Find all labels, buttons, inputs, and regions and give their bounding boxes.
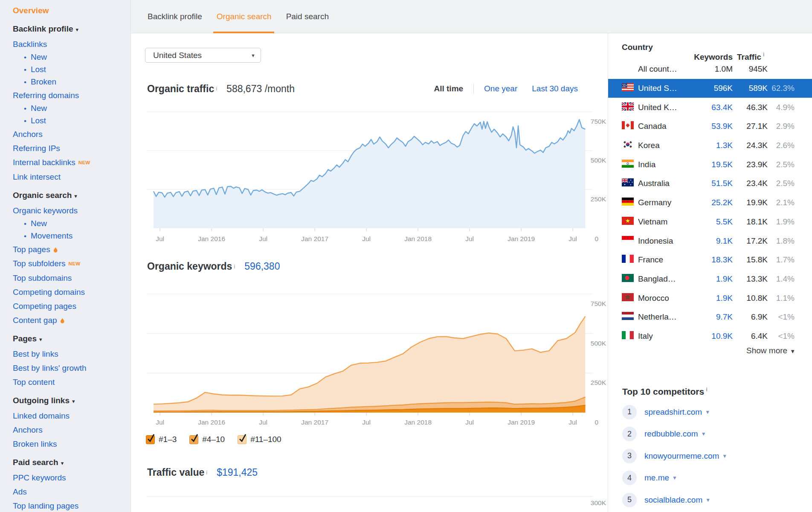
sidebar-item-linked-domains[interactable]: Linked domains: [13, 409, 130, 423]
chevron-down-icon[interactable]: ▼: [672, 475, 677, 481]
competitor-link[interactable]: redbubble.com: [644, 429, 698, 439]
country-row-germany[interactable]: Germany25.2K19.9K2.1%: [608, 193, 812, 212]
sidebar-item-anchors[interactable]: Anchors: [13, 423, 130, 437]
sidebar-item-internal-backlinks[interactable]: Internal backlinksNEW: [13, 155, 130, 170]
sidebar-item-top-subdomains[interactable]: Top subdomains: [13, 271, 130, 285]
sidebar-item-lost[interactable]: •Lost: [13, 115, 130, 127]
keywords-value[interactable]: 1.3K: [689, 141, 733, 150]
sidebar-item-top-landing-pages[interactable]: Top landing pages: [13, 499, 130, 512]
sidebar-item-top-content[interactable]: Top content: [13, 375, 130, 389]
legend-item-11-100[interactable]: #11–100: [238, 435, 281, 444]
country-select[interactable]: United States ▼: [145, 48, 261, 63]
svg-text:Jan 2016: Jan 2016: [198, 235, 225, 242]
sidebar-item-content-gap[interactable]: Content gap: [13, 313, 130, 327]
range-last-30-days[interactable]: Last 30 days: [532, 84, 578, 93]
keywords-value[interactable]: 1.9K: [689, 294, 733, 303]
country-row-indonesia[interactable]: Indonesia9.1K17.2K1.8%: [608, 231, 812, 250]
chevron-down-icon[interactable]: ▼: [701, 431, 706, 437]
sidebar-item-paid-search[interactable]: Paid search▾: [13, 455, 130, 471]
country-row-australia[interactable]: Australia51.5K23.4K2.5%: [608, 174, 812, 193]
sidebar-item-label: Competing domains: [13, 288, 85, 297]
info-icon[interactable]: i: [706, 386, 708, 393]
keywords-value[interactable]: 53.9K: [689, 122, 733, 131]
checkbox-11-100[interactable]: [238, 435, 246, 444]
keywords-value[interactable]: 19.5K: [689, 160, 733, 169]
sidebar-item-label: Top subfolders: [13, 259, 66, 268]
country-row-netherla[interactable]: Netherla…9.7K6.9K<1%: [608, 308, 812, 327]
competitor-link[interactable]: socialblade.com: [644, 495, 702, 505]
sidebar-item-top-pages[interactable]: Top pages: [13, 242, 130, 256]
legend-item-4-10[interactable]: #4–10: [189, 435, 225, 444]
chevron-down-icon[interactable]: ▼: [705, 409, 710, 415]
country-row-france[interactable]: France18.3K15.8K1.7%: [608, 250, 812, 270]
sidebar-item-movements[interactable]: •Movements: [13, 230, 130, 242]
checkbox-4-10[interactable]: [189, 435, 198, 444]
country-row-morocco[interactable]: Morocco1.9K10.8K1.1%: [608, 288, 812, 308]
legend-item-1-3[interactable]: #1–3: [146, 435, 177, 444]
keywords-value[interactable]: 9.1K: [689, 236, 733, 246]
organic-keywords-chart[interactable]: JulJan 2016JulJan 2017JulJan 2018JulJan …: [147, 290, 608, 431]
country-row-united-k[interactable]: United K…63.4K46.3K4.9%: [608, 98, 812, 117]
keywords-value[interactable]: 51.5K: [689, 179, 733, 188]
sidebar-item-backlink-profile[interactable]: Backlink profile▾: [13, 22, 130, 37]
traffic-value-link[interactable]: $191,425: [217, 467, 258, 478]
sidebar-item-link-intersect[interactable]: Link intersect: [13, 170, 130, 184]
country-row-vietnam[interactable]: Vietnam5.5K18.1K1.9%: [608, 212, 812, 232]
tab-backlink-profile[interactable]: Backlink profile: [148, 0, 202, 33]
sidebar-item-new[interactable]: •New: [13, 102, 130, 115]
show-more-button[interactable]: Show more▼: [746, 346, 795, 355]
info-icon[interactable]: i: [763, 51, 765, 58]
country-row-banglad[interactable]: Banglad…1.9K13.3K1.4%: [608, 270, 812, 289]
sidebar-item-broken-links[interactable]: Broken links: [13, 437, 130, 451]
sidebar-item-best-by-links[interactable]: Best by links: [13, 347, 130, 361]
keywords-value[interactable]: 18.3K: [689, 255, 733, 265]
organic-traffic-chart[interactable]: JulJan 2016JulJan 2017JulJan 2018JulJan …: [147, 107, 608, 247]
sidebar-item-outgoing-links[interactable]: Outgoing links▾: [13, 393, 130, 409]
svg-text:Jul: Jul: [465, 235, 474, 242]
country-row-india[interactable]: India19.5K23.9K2.5%: [608, 155, 812, 174]
competitor-link[interactable]: spreadshirt.com: [644, 407, 702, 417]
sidebar-item-organic-keywords[interactable]: Organic keywords: [13, 204, 130, 218]
sidebar-item-competing-pages[interactable]: Competing pages: [13, 299, 130, 313]
country-row-united-s[interactable]: United S…596K589K62.3%: [608, 79, 812, 98]
tab-paid-search[interactable]: Paid search: [286, 0, 329, 33]
sidebar-item-competing-domains[interactable]: Competing domains: [13, 285, 130, 299]
sidebar-item-new[interactable]: •New: [13, 51, 130, 64]
keywords-value[interactable]: 25.2K: [689, 198, 733, 207]
country-row-canada[interactable]: Canada53.9K27.1K2.9%: [608, 117, 812, 136]
sidebar-item-overview[interactable]: Overview: [13, 3, 130, 17]
keywords-value[interactable]: 596K: [689, 84, 733, 93]
country-row-all-count[interactable]: All count…1.0M945K: [608, 60, 812, 79]
chevron-down-icon[interactable]: ▼: [722, 453, 727, 459]
sidebar-item-pages[interactable]: Pages▾: [13, 332, 130, 347]
range-all-time[interactable]: All time: [434, 84, 463, 93]
country-row-korea[interactable]: Korea1.3K24.3K2.6%: [608, 136, 812, 155]
sidebar-item-anchors[interactable]: Anchors: [13, 127, 130, 141]
keywords-value[interactable]: 1.9K: [689, 274, 733, 284]
sidebar-item-best-by-links-growth[interactable]: Best by links' growth: [13, 361, 130, 375]
ahrefs-site-explorer: OverviewBacklink profile▾Backlinks•New•L…: [0, 0, 812, 512]
sidebar-item-backlinks[interactable]: Backlinks: [13, 37, 130, 51]
sidebar-item-top-subfolders[interactable]: Top subfoldersNEW: [13, 256, 130, 271]
sidebar-item-ppc-keywords[interactable]: PPC keywords: [13, 471, 130, 485]
range-one-year[interactable]: One year: [484, 84, 517, 93]
keywords-value[interactable]: 63.4K: [689, 103, 733, 112]
chevron-down-icon[interactable]: ▼: [705, 497, 710, 503]
traffic-value: 10.8K: [733, 294, 768, 303]
country-row-italy[interactable]: Italy10.9K6.4K<1%: [608, 327, 812, 346]
keywords-value[interactable]: 9.7K: [689, 312, 733, 322]
tab-organic-search[interactable]: Organic search: [217, 0, 272, 33]
sidebar-item-new[interactable]: •New: [13, 218, 130, 230]
sidebar-item-lost[interactable]: •Lost: [13, 64, 130, 76]
sidebar-item-ads[interactable]: Ads: [13, 485, 130, 499]
sidebar-item-broken[interactable]: •Broken: [13, 76, 130, 88]
sidebar-item-referring-ips[interactable]: Referring IPs: [13, 141, 130, 155]
sidebar-item-organic-search[interactable]: Organic search▾: [13, 188, 130, 204]
competitor-link[interactable]: me.me: [644, 473, 669, 483]
organic-keywords-count-link[interactable]: 596,380: [244, 261, 280, 272]
sidebar-item-referring-domains[interactable]: Referring domains: [13, 88, 130, 102]
keywords-value[interactable]: 10.9K: [689, 332, 733, 341]
keywords-value[interactable]: 5.5K: [689, 217, 733, 227]
checkbox-1-3[interactable]: [146, 435, 155, 444]
competitor-link[interactable]: knowyourmeme.com: [644, 451, 719, 461]
